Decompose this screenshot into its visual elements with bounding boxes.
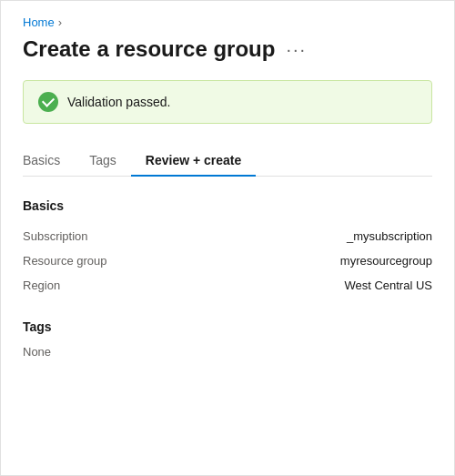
subscription-value: _mysubscription (228, 229, 432, 243)
region-value: West Central US (228, 279, 432, 292)
basics-details-table: Subscription _mysubscription Resource gr… (23, 224, 432, 298)
region-row: Region West Central US (23, 273, 432, 298)
validation-success-icon (38, 92, 58, 112)
tags-value: None (23, 345, 432, 359)
breadcrumb-separator: › (58, 15, 62, 29)
basics-section-title: Basics (23, 198, 432, 213)
tabs-container: Basics Tags Review + create (23, 146, 432, 177)
region-label: Region (23, 279, 228, 292)
validation-banner: Validation passed. (23, 80, 432, 124)
resource-group-value: myresourcegroup (228, 254, 432, 268)
tab-review-create[interactable]: Review + create (131, 146, 256, 177)
subscription-label: Subscription (23, 229, 228, 243)
page-container: Home › Create a resource group ··· Valid… (1, 1, 454, 373)
resource-group-label: Resource group (23, 254, 228, 268)
validation-message: Validation passed. (67, 95, 170, 109)
breadcrumb: Home › (23, 15, 432, 29)
basics-section: Basics Subscription _mysubscription Reso… (23, 198, 432, 298)
breadcrumb-home[interactable]: Home (23, 15, 55, 29)
subscription-row: Subscription _mysubscription (23, 224, 432, 248)
tab-tags[interactable]: Tags (75, 146, 131, 177)
resource-group-row: Resource group myresourcegroup (23, 248, 432, 273)
tab-basics[interactable]: Basics (23, 146, 75, 177)
page-title: Create a resource group (23, 36, 275, 62)
page-header: Create a resource group ··· (23, 36, 432, 62)
more-options-button[interactable]: ··· (286, 40, 307, 58)
tags-section: Tags None (23, 319, 432, 359)
tags-section-title: Tags (23, 319, 432, 334)
